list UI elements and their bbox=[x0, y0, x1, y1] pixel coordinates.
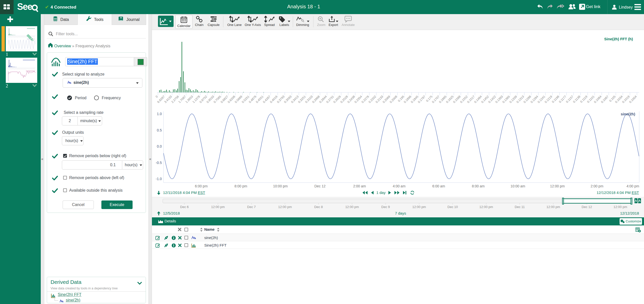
svg-text:0.2008: 0.2008 bbox=[389, 95, 398, 104]
svg-text:2:00 pm: 2:00 pm bbox=[591, 184, 603, 188]
svg-text:-0.5: -0.5 bbox=[156, 161, 162, 165]
svg-text:Dec 12: Dec 12 bbox=[314, 184, 326, 188]
svg-text:10:00 pm: 10:00 pm bbox=[273, 184, 288, 188]
svg-text:Dec 9: Dec 9 bbox=[381, 205, 390, 209]
svg-text:0.5251: 0.5251 bbox=[241, 95, 250, 104]
svg-text:Sine(2h) FFT (h): Sine(2h) FFT (h) bbox=[604, 37, 633, 41]
svg-text:0.4016: 0.4016 bbox=[269, 95, 278, 104]
svg-text:0.9752: 0.9752 bbox=[199, 95, 208, 104]
svg-text:10:00 am: 10:00 am bbox=[510, 184, 525, 188]
svg-text:0.2354: 0.2354 bbox=[354, 95, 363, 104]
svg-text:0.1138: 0.1138 bbox=[572, 95, 581, 104]
svg-text:0.1264: 0.1264 bbox=[530, 95, 539, 104]
svg-text:Dec 12: Dec 12 bbox=[582, 205, 592, 209]
svg-text:0.3593: 0.3593 bbox=[283, 95, 292, 104]
svg-text:0.2844: 0.2844 bbox=[318, 95, 328, 104]
svg-text:1.7067: 1.7067 bbox=[178, 95, 187, 104]
svg-text:0.1288: 0.1288 bbox=[523, 95, 532, 104]
svg-text:0.7585: 0.7585 bbox=[213, 95, 222, 104]
svg-text:0.8533: 0.8533 bbox=[206, 95, 215, 104]
svg-text:0.1896: 0.1896 bbox=[403, 95, 412, 104]
svg-text:0.3251: 0.3251 bbox=[297, 95, 306, 104]
svg-text:0.4876: 0.4876 bbox=[248, 95, 257, 104]
svg-text:6.8267: 6.8267 bbox=[156, 95, 166, 104]
svg-text:12:00 pm: 12:00 pm bbox=[345, 205, 359, 209]
svg-text:8:00 pm: 8:00 pm bbox=[234, 184, 247, 188]
svg-text:0.5: 0.5 bbox=[157, 128, 162, 132]
svg-text:0.1588: 0.1588 bbox=[452, 95, 461, 104]
svg-text:6:00 pm: 6:00 pm bbox=[195, 184, 208, 188]
svg-text:2.2756: 2.2756 bbox=[171, 95, 180, 104]
svg-text:0.2276: 0.2276 bbox=[361, 95, 370, 104]
svg-text:0.2626: 0.2626 bbox=[333, 95, 342, 104]
svg-text:0.1393: 0.1393 bbox=[495, 95, 504, 104]
svg-text:0.1219: 0.1219 bbox=[544, 95, 553, 104]
svg-text:0.2202: 0.2202 bbox=[368, 95, 377, 104]
svg-text:0.1665: 0.1665 bbox=[438, 95, 447, 104]
svg-text:0.2133: 0.2133 bbox=[375, 95, 384, 104]
svg-text:12:00 pm: 12:00 pm bbox=[546, 205, 560, 209]
svg-text:0.2731: 0.2731 bbox=[326, 95, 335, 104]
svg-text:0.1625: 0.1625 bbox=[445, 95, 454, 104]
svg-text:1.3653: 1.3653 bbox=[185, 95, 194, 104]
svg-text:Dec 8: Dec 8 bbox=[314, 205, 323, 209]
svg-text:0.2438: 0.2438 bbox=[347, 95, 356, 104]
svg-text:0.1157: 0.1157 bbox=[565, 95, 574, 104]
svg-text:0.1797: 0.1797 bbox=[417, 95, 426, 104]
svg-text:0.4267: 0.4267 bbox=[262, 95, 271, 104]
svg-text:0.1313: 0.1313 bbox=[516, 95, 525, 104]
svg-text:0.6206: 0.6206 bbox=[227, 95, 236, 104]
svg-text:0.1067: 0.1067 bbox=[600, 95, 609, 104]
svg-text:0.3793: 0.3793 bbox=[276, 95, 285, 104]
svg-text:0.1517: 0.1517 bbox=[466, 95, 475, 104]
svg-text:0.2069: 0.2069 bbox=[382, 95, 391, 104]
svg-text:8:00 am: 8:00 am bbox=[472, 184, 485, 188]
svg-text:0.1119: 0.1119 bbox=[580, 95, 588, 104]
svg-text:0.1552: 0.1552 bbox=[459, 95, 468, 104]
svg-text:0.1034: 0.1034 bbox=[614, 95, 623, 104]
svg-text:0.1339: 0.1339 bbox=[509, 95, 518, 104]
svg-text:0.3103: 0.3103 bbox=[304, 95, 313, 104]
svg-text:Dec 10: Dec 10 bbox=[448, 205, 458, 209]
svg-text:6:00 am: 6:00 am bbox=[432, 184, 445, 188]
svg-text:0.1484: 0.1484 bbox=[473, 95, 482, 104]
svg-text:12:00 pm: 12:00 pm bbox=[550, 184, 565, 188]
svg-text:Dec 7: Dec 7 bbox=[247, 205, 256, 209]
svg-text:0.5689: 0.5689 bbox=[234, 95, 243, 104]
svg-text:3.4133: 3.4133 bbox=[164, 95, 173, 104]
svg-text:0.1004: 0.1004 bbox=[628, 95, 637, 104]
svg-text:0.2968: 0.2968 bbox=[311, 95, 320, 104]
svg-text:12:00 pm: 12:00 pm bbox=[412, 205, 426, 209]
svg-text:0.0: 0.0 bbox=[157, 144, 162, 148]
svg-text:0.1084: 0.1084 bbox=[593, 95, 602, 104]
svg-text:4:00 pm: 4:00 pm bbox=[626, 184, 639, 188]
svg-text:2:00 am: 2:00 am bbox=[353, 184, 366, 188]
svg-text:0.1365: 0.1365 bbox=[502, 95, 511, 104]
svg-text:0.1452: 0.1452 bbox=[480, 95, 490, 104]
svg-text:12:00 pm: 12:00 pm bbox=[211, 205, 225, 209]
svg-text:Dec 11: Dec 11 bbox=[515, 205, 525, 209]
svg-text:0.6827: 0.6827 bbox=[220, 95, 229, 104]
svg-text:0.1019: 0.1019 bbox=[621, 95, 630, 104]
svg-text:sine(2h): sine(2h) bbox=[621, 112, 635, 116]
svg-text:12:00 pm: 12:00 pm bbox=[278, 205, 292, 209]
svg-text:0.3413: 0.3413 bbox=[290, 95, 299, 104]
svg-text:12:00 pm: 12:00 pm bbox=[479, 205, 493, 209]
svg-text:-1.0: -1.0 bbox=[156, 177, 162, 181]
svg-text:0.1707: 0.1707 bbox=[431, 95, 440, 104]
svg-text:0.1177: 0.1177 bbox=[558, 95, 567, 104]
svg-text:0.4551: 0.4551 bbox=[255, 95, 264, 104]
svg-text:0.1241: 0.1241 bbox=[537, 95, 546, 104]
svg-text:0.1845: 0.1845 bbox=[410, 95, 419, 104]
svg-text:0.1198: 0.1198 bbox=[551, 95, 560, 104]
svg-text:12:00 pm: 12:00 pm bbox=[614, 205, 627, 209]
svg-text:1.0: 1.0 bbox=[157, 112, 162, 116]
svg-text:4:00 am: 4:00 am bbox=[393, 184, 406, 188]
svg-text:Dec 6: Dec 6 bbox=[180, 205, 189, 209]
svg-text:1.1378: 1.1378 bbox=[192, 95, 201, 104]
svg-text:0.1422: 0.1422 bbox=[488, 95, 497, 104]
svg-text:0.2528: 0.2528 bbox=[340, 95, 349, 104]
